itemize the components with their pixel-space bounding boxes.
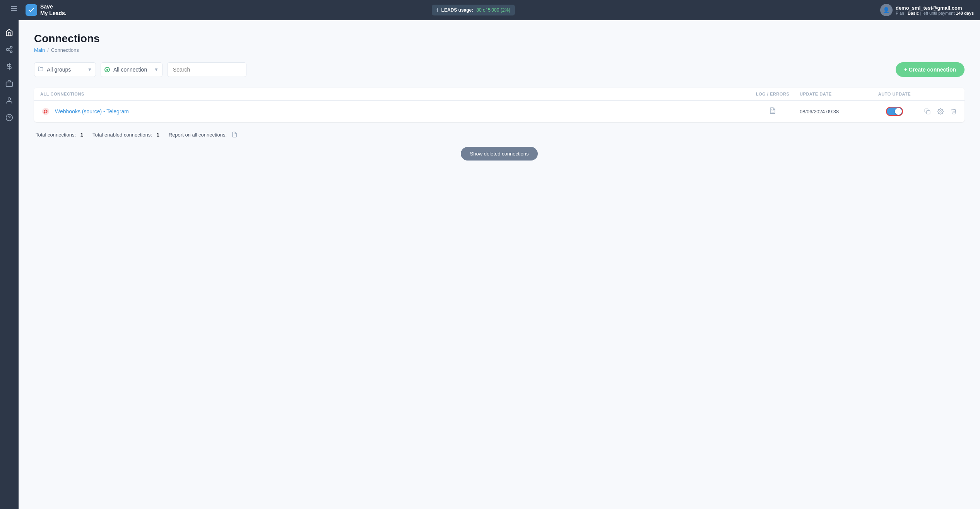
connection-select[interactable]: All connection: [101, 62, 162, 77]
create-connection-button[interactable]: + Create connection: [896, 62, 965, 77]
breadcrumb-separator: /: [47, 47, 49, 53]
connections-table: ALL CONNECTIONS LOG / ERRORS UPDATE DATE…: [34, 88, 965, 122]
svg-point-18: [940, 111, 941, 112]
sidebar-item-home[interactable]: [2, 25, 17, 40]
autoupdate-cell: [869, 107, 920, 116]
svg-rect-9: [6, 82, 13, 87]
sidebar-item-agency[interactable]: [2, 76, 17, 91]
hamburger-button[interactable]: [6, 1, 22, 16]
report-stat: Report on all connections:: [169, 132, 238, 138]
svg-line-7: [8, 48, 10, 49]
content-area: Connections Main / Connections All group…: [19, 20, 980, 509]
main-layout: Connections Main / Connections All group…: [0, 20, 980, 509]
auto-update-toggle-wrapper: [886, 107, 903, 116]
sidebar-item-profile[interactable]: [2, 93, 17, 108]
col-update-date: UPDATE DATE: [800, 92, 869, 96]
sidebar-item-billing[interactable]: [2, 59, 17, 74]
leads-usage-title: LEADS usage:: [441, 7, 474, 13]
brand-icon: [26, 4, 37, 16]
groups-filter-wrapper: All groups ▼: [34, 62, 96, 77]
breadcrumb-main-link[interactable]: Main: [34, 47, 45, 53]
user-email: demo_sml_test@gmail.com: [896, 5, 974, 11]
sidebar-item-help[interactable]: [2, 110, 17, 125]
brand: SaveMy Leads.: [26, 3, 67, 17]
stats-row: Total connections: 1 Total enabled conne…: [34, 132, 965, 138]
svg-line-6: [8, 50, 10, 51]
search-input[interactable]: [167, 62, 246, 77]
navbar-right: 👤 demo_sml_test@gmail.com Plan | Basic |…: [880, 4, 974, 16]
delete-button[interactable]: [949, 107, 958, 116]
navbar: SaveMy Leads. ℹ LEADS usage: 80 of 5'000…: [0, 0, 980, 20]
breadcrumb: Main / Connections: [34, 47, 965, 53]
leads-usage-widget: ℹ LEADS usage: 80 of 5'000 (2%): [432, 5, 515, 15]
auto-update-toggle[interactable]: [886, 107, 903, 116]
groups-select[interactable]: All groups: [34, 62, 96, 77]
connection-filter-wrapper: All connection ▼: [101, 62, 162, 77]
leads-used: 80: [476, 7, 481, 13]
actions-cell: [920, 107, 958, 116]
webhook-icon: [40, 106, 51, 117]
leads-total-text: of: [483, 7, 488, 13]
navbar-left: SaveMy Leads.: [6, 1, 67, 19]
svg-point-13: [42, 108, 49, 115]
user-plan: Plan | Basic | left until payment 148 da…: [896, 11, 974, 15]
svg-rect-17: [927, 111, 930, 114]
svg-point-3: [10, 46, 12, 48]
table-row: Webhooks (source) - Telegram 08/06/2024: [34, 101, 965, 122]
total-connections-stat: Total connections: 1: [36, 132, 83, 138]
svg-point-10: [8, 98, 11, 101]
page-title: Connections: [34, 32, 965, 45]
col-auto-update: AUTO UPDATE: [869, 92, 920, 96]
total-enabled-stat: Total enabled connections: 1: [92, 132, 159, 138]
sidebar-item-connections[interactable]: [2, 42, 17, 57]
navbar-center: ℹ LEADS usage: 80 of 5'000 (2%): [67, 5, 880, 15]
update-date-cell: 08/06/2024 09:38: [800, 109, 869, 114]
connection-name-link[interactable]: Webhooks (source) - Telegram: [40, 106, 746, 117]
sidebar: [0, 20, 19, 509]
avatar: 👤: [880, 4, 893, 16]
filters-row: All groups ▼ All connection ▼ + Create c…: [34, 62, 965, 77]
svg-point-5: [10, 51, 12, 53]
log-cell: [746, 107, 800, 116]
log-file-icon[interactable]: [769, 107, 776, 116]
connection-name-text: Webhooks (source) - Telegram: [55, 108, 129, 114]
report-icon[interactable]: [231, 132, 238, 138]
breadcrumb-current: Connections: [51, 47, 79, 53]
user-info: 👤 demo_sml_test@gmail.com Plan | Basic |…: [880, 4, 974, 16]
settings-button[interactable]: [936, 107, 945, 116]
col-log: LOG / ERRORS: [746, 92, 800, 96]
leads-total: 5'000: [488, 7, 499, 13]
table-header: ALL CONNECTIONS LOG / ERRORS UPDATE DATE…: [34, 88, 965, 101]
copy-button[interactable]: [923, 107, 932, 116]
show-deleted-button[interactable]: Show deleted connections: [461, 147, 538, 161]
brand-name: SaveMy Leads.: [40, 3, 67, 17]
info-icon: ℹ: [436, 7, 438, 13]
col-actions: [920, 92, 958, 96]
svg-point-4: [7, 49, 9, 51]
col-name: ALL CONNECTIONS: [40, 92, 746, 96]
user-details: demo_sml_test@gmail.com Plan | Basic | l…: [896, 5, 974, 15]
leads-usage-count: 80 of 5'000 (2%): [476, 7, 510, 13]
